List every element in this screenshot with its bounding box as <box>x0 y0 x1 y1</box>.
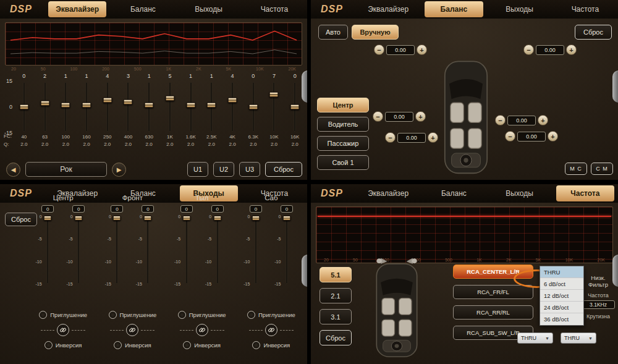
band-slider[interactable] <box>138 81 159 133</box>
mute-checkbox[interactable] <box>109 311 117 319</box>
slider-thumb[interactable] <box>269 92 279 98</box>
tab-item[interactable]: Эквалайзер <box>48 1 106 17</box>
tab-item[interactable]: Баланс <box>114 1 172 17</box>
tab-item[interactable]: Выходы <box>180 1 238 17</box>
tab-item[interactable]: Частота <box>556 185 614 201</box>
mode-button[interactable]: 5.1 <box>320 267 352 282</box>
tab-item[interactable]: Выходы <box>491 185 549 201</box>
link-button[interactable] <box>57 324 69 336</box>
mc-button[interactable]: M C <box>565 163 587 175</box>
dropdown-option[interactable]: 12 dB/oct <box>540 290 583 302</box>
tab-item[interactable]: Эквалайзер <box>359 1 417 17</box>
link-button[interactable] <box>126 324 138 336</box>
position-button[interactable]: Пассажир <box>317 136 369 151</box>
decrease-button[interactable]: − <box>523 44 534 55</box>
output-slider[interactable]: 0-5-10-15 <box>112 216 122 285</box>
reset-button[interactable]: Сброс <box>320 330 352 345</box>
position-button[interactable]: Свой 1 <box>317 155 369 170</box>
position-button[interactable]: Водитель <box>317 117 369 132</box>
tab-item[interactable]: Баланс <box>425 1 483 17</box>
band-slider[interactable] <box>55 81 76 133</box>
dropdown-option[interactable]: 24 dB/oct <box>540 302 583 313</box>
slider-thumb[interactable] <box>124 99 133 104</box>
slider-thumb[interactable] <box>44 216 52 221</box>
output-slider[interactable]: 0-5-10-15 <box>182 216 191 285</box>
invert-checkbox[interactable] <box>44 341 53 349</box>
output-slider[interactable]: 0-5-10-15 <box>143 216 153 285</box>
side-drawer-handle[interactable] <box>302 70 307 103</box>
slider-thumb[interactable] <box>213 216 221 221</box>
slider-thumb[interactable] <box>103 97 112 103</box>
manual-button[interactable]: Вручную <box>352 25 399 40</box>
increase-button[interactable]: + <box>566 44 577 55</box>
output-slider[interactable]: 0-5-10-15 <box>282 216 291 285</box>
slider-thumb[interactable] <box>165 96 174 101</box>
decrease-button[interactable]: − <box>505 131 515 142</box>
slider-thumb[interactable] <box>290 104 300 110</box>
slider-thumb[interactable] <box>82 103 91 108</box>
mute-checkbox[interactable] <box>39 311 47 319</box>
side-drawer-handle[interactable] <box>612 255 618 287</box>
decrease-button[interactable]: − <box>374 44 384 55</box>
mode-button[interactable]: 3.1 <box>320 309 352 324</box>
increase-button[interactable]: + <box>538 115 548 125</box>
reset-button[interactable]: Сброс <box>265 162 302 177</box>
rca-channel-button[interactable]: RCA_FR/FL <box>453 285 533 299</box>
slider-thumb[interactable] <box>145 103 154 108</box>
slider-thumb[interactable] <box>186 103 195 108</box>
band-slider[interactable] <box>118 81 139 133</box>
slider-thumb[interactable] <box>75 216 83 221</box>
slider-thumb[interactable] <box>252 216 260 221</box>
auto-button[interactable]: Авто <box>318 25 348 40</box>
increase-button[interactable]: + <box>548 131 558 142</box>
slider-thumb[interactable] <box>182 216 190 221</box>
decrease-button[interactable]: − <box>385 132 396 143</box>
invert-checkbox[interactable] <box>183 341 191 349</box>
slider-thumb[interactable] <box>19 104 28 110</box>
band-slider[interactable] <box>201 81 222 133</box>
band-slider[interactable] <box>97 81 118 133</box>
position-button[interactable]: Центр <box>317 98 369 112</box>
band-slider[interactable] <box>243 81 264 133</box>
increase-button[interactable]: + <box>415 111 426 122</box>
slider-thumb[interactable] <box>113 216 121 221</box>
tab-item[interactable]: Частота <box>245 1 303 17</box>
link-button[interactable] <box>265 324 277 336</box>
mute-checkbox[interactable] <box>247 311 255 319</box>
dropdown-option[interactable]: 36 dB/oct <box>540 313 583 325</box>
reset-button[interactable]: Сброс <box>575 25 612 40</box>
band-slider[interactable] <box>35 81 56 133</box>
preset-prev-button[interactable]: ◀ <box>6 163 20 177</box>
slope-select-right[interactable]: THRU ▼ <box>561 332 596 344</box>
cm-button[interactable]: C M <box>591 163 613 175</box>
mode-button[interactable]: 2.1 <box>320 288 352 303</box>
output-slider[interactable]: 0-5-10-15 <box>213 216 222 285</box>
tab-item[interactable]: Эквалайзер <box>359 185 417 201</box>
slope-select-left[interactable]: THRU ▼ <box>517 332 553 344</box>
band-slider[interactable] <box>14 81 35 133</box>
tab-item[interactable]: Баланс <box>425 185 483 201</box>
band-slider[interactable] <box>222 81 243 133</box>
dropdown-option[interactable]: THRU <box>540 266 583 278</box>
output-slider[interactable]: 0-5-10-15 <box>251 216 260 285</box>
tab-item[interactable]: Частота <box>556 1 614 17</box>
output-slider[interactable]: 0-5-10-15 <box>43 216 53 285</box>
slider-thumb[interactable] <box>228 97 237 103</box>
slider-thumb[interactable] <box>207 103 216 108</box>
output-slider[interactable]: 0-5-10-15 <box>74 216 83 285</box>
side-drawer-handle[interactable] <box>302 255 307 287</box>
band-slider[interactable] <box>76 81 97 133</box>
decrease-button[interactable]: − <box>373 111 383 122</box>
dropdown-option[interactable]: 6 dB/oct <box>540 278 583 290</box>
band-slider[interactable] <box>159 81 180 133</box>
slider-thumb[interactable] <box>144 216 152 221</box>
slider-thumb[interactable] <box>40 101 49 106</box>
memory-button[interactable]: U2 <box>213 162 234 177</box>
band-slider[interactable] <box>180 81 201 133</box>
preset-next-button[interactable]: ▶ <box>112 163 126 177</box>
rca-channel-button[interactable]: RCA_RR/RL <box>453 305 533 320</box>
increase-button[interactable]: + <box>417 44 427 55</box>
invert-checkbox[interactable] <box>114 341 122 349</box>
slider-thumb[interactable] <box>248 104 258 110</box>
invert-checkbox[interactable] <box>252 341 260 349</box>
